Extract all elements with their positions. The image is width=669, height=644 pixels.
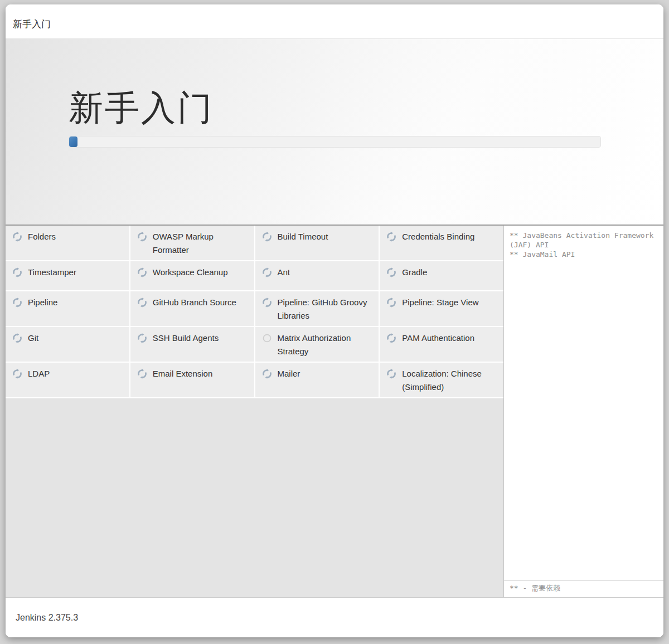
installing-spinner-icon	[137, 333, 147, 343]
hero-section: 新手入门	[6, 39, 663, 225]
installing-spinner-icon	[262, 297, 272, 308]
installing-spinner-icon	[12, 333, 22, 343]
plugin-cell: Pipeline: GitHub Groovy Libraries	[255, 291, 379, 326]
installing-spinner-icon	[386, 232, 396, 242]
installing-spinner-icon-wrap	[137, 267, 147, 277]
installing-spinner-icon-wrap	[137, 297, 147, 308]
install-log-lines: ** JavaBeans Activation Framework (JAF) …	[504, 226, 663, 264]
plugin-label: Email Extension	[153, 367, 213, 380]
plugin-label: Folders	[28, 230, 56, 243]
installing-spinner-icon	[137, 297, 147, 308]
plugin-label: Pipeline	[28, 296, 57, 309]
plugin-label: OWASP Markup Formatter	[153, 230, 248, 257]
pending-circle-icon-wrap	[262, 333, 272, 343]
dialog-footer: Jenkins 2.375.3	[6, 597, 663, 637]
dialog-header-title: 新手入门	[13, 18, 51, 31]
page-title: 新手入门	[69, 85, 214, 131]
main-content: FoldersOWASP Markup FormatterBuild Timeo…	[6, 225, 663, 597]
installing-spinner-icon	[386, 369, 396, 379]
install-log-panel: ** JavaBeans Activation Framework (JAF) …	[503, 226, 663, 597]
plugin-cell: Folders	[6, 226, 129, 260]
installing-spinner-icon-wrap	[12, 369, 22, 379]
installing-spinner-icon-wrap	[137, 232, 147, 242]
plugin-cell: PAM Authentication	[380, 327, 503, 362]
installing-spinner-icon-wrap	[262, 297, 272, 308]
installing-spinner-icon	[12, 369, 22, 379]
installing-spinner-icon-wrap	[386, 369, 396, 379]
installing-spinner-icon-wrap	[386, 232, 396, 242]
plugin-label: Workspace Cleanup	[153, 266, 228, 279]
installing-spinner-icon-wrap	[386, 297, 396, 308]
installing-spinner-icon-wrap	[12, 297, 22, 308]
dependency-note: ** - 需要依赖	[504, 580, 663, 597]
plugin-label: Pipeline: Stage View	[402, 296, 478, 309]
plugin-cell: SSH Build Agents	[130, 327, 254, 362]
plugin-label: Ant	[278, 266, 290, 279]
installing-spinner-icon-wrap	[12, 267, 22, 277]
installing-spinner-icon	[386, 267, 396, 277]
plugin-cell: Ant	[255, 261, 379, 290]
plugin-label: LDAP	[28, 367, 50, 380]
plugin-cell: Localization: Chinese (Simplified)	[380, 363, 503, 397]
plugin-label: Git	[28, 331, 38, 345]
installing-spinner-icon	[386, 333, 396, 343]
plugin-cell: Matrix Authorization Strategy	[255, 327, 379, 362]
installing-spinner-icon	[12, 232, 22, 242]
log-line: ** JavaMail API	[510, 250, 658, 259]
installing-spinner-icon	[262, 369, 272, 379]
plugin-cell: Credentials Binding	[380, 226, 503, 260]
install-progress-fill	[69, 136, 77, 147]
plugins-panel: FoldersOWASP Markup FormatterBuild Timeo…	[6, 226, 503, 597]
plugin-cell: Mailer	[255, 363, 379, 397]
installing-spinner-icon	[262, 267, 272, 277]
installing-spinner-icon	[12, 297, 22, 308]
jenkins-version-label: Jenkins 2.375.3	[16, 613, 78, 623]
plugin-cell: Pipeline	[6, 291, 129, 326]
plugin-label: SSH Build Agents	[153, 331, 219, 345]
pending-circle-icon	[262, 333, 272, 343]
page-background: { "window": { "header_title": "新手入门" }, …	[0, 0, 669, 644]
installing-spinner-icon	[262, 232, 272, 242]
plugin-cell: GitHub Branch Source	[130, 291, 254, 326]
install-progress-bar	[69, 136, 601, 148]
plugin-grid: FoldersOWASP Markup FormatterBuild Timeo…	[6, 226, 503, 398]
plugin-cell: Git	[6, 327, 129, 362]
installing-spinner-icon-wrap	[386, 333, 396, 343]
plugin-label: Matrix Authorization Strategy	[278, 331, 372, 358]
installing-spinner-icon	[12, 267, 22, 277]
plugin-label: Mailer	[278, 367, 300, 380]
dialog-header: 新手入门	[6, 4, 663, 39]
installing-spinner-icon	[137, 232, 147, 242]
installing-spinner-icon	[386, 297, 396, 308]
plugin-label: Gradle	[402, 266, 427, 279]
plugin-cell: Workspace Cleanup	[130, 261, 254, 290]
plugin-label: Pipeline: GitHub Groovy Libraries	[278, 296, 372, 323]
installing-spinner-icon	[137, 369, 147, 379]
getting-started-dialog: 新手入门 新手入门 FoldersOWASP Markup FormatterB…	[6, 4, 663, 637]
installing-spinner-icon-wrap	[262, 232, 272, 242]
plugin-cell: Timestamper	[6, 261, 129, 290]
plugin-label: Localization: Chinese (Simplified)	[402, 367, 497, 394]
plugin-cell: Gradle	[380, 261, 503, 290]
plugin-label: Build Timeout	[278, 230, 328, 243]
installing-spinner-icon-wrap	[12, 232, 22, 242]
plugin-cell: LDAP	[6, 363, 129, 397]
plugin-label: GitHub Branch Source	[153, 296, 236, 309]
installing-spinner-icon-wrap	[386, 267, 396, 277]
installing-spinner-icon-wrap	[262, 267, 272, 277]
log-line: ** JavaBeans Activation Framework (JAF) …	[510, 231, 658, 250]
installing-spinner-icon-wrap	[262, 369, 272, 379]
plugin-cell: Build Timeout	[255, 226, 379, 260]
plugin-label: Credentials Binding	[402, 230, 474, 243]
installing-spinner-icon-wrap	[12, 333, 22, 343]
plugin-cell: Email Extension	[130, 363, 254, 397]
plugin-cell: OWASP Markup Formatter	[130, 226, 254, 260]
plugin-label: Timestamper	[28, 266, 76, 279]
plugin-label: PAM Authentication	[402, 331, 474, 345]
installing-spinner-icon-wrap	[137, 369, 147, 379]
installing-spinner-icon	[137, 267, 147, 277]
plugin-cell: Pipeline: Stage View	[380, 291, 503, 326]
installing-spinner-icon-wrap	[137, 333, 147, 343]
